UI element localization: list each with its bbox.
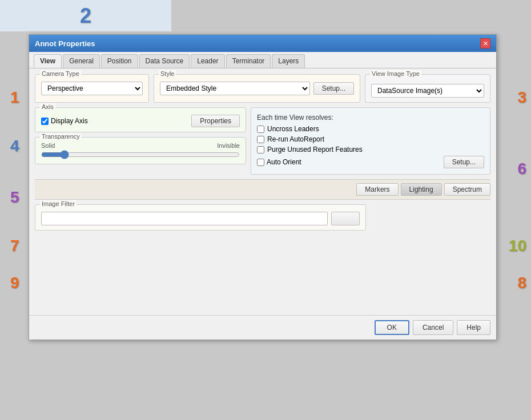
auto-orient-text: Auto Orient: [267, 158, 301, 166]
axis-inner: Display Axis Properties: [41, 115, 240, 127]
middle-sections-row: Axis Display Axis Properties Transparenc…: [35, 107, 490, 175]
action-buttons-row: Markers Lighting Spectrum: [35, 179, 490, 200]
tabs-bar: View General Position Data Source Leader…: [29, 52, 496, 68]
help-button[interactable]: Help: [457, 320, 490, 335]
image-filter-group: Image Filter: [35, 204, 366, 231]
tab-leader[interactable]: Leader: [191, 54, 224, 68]
side-number-8: 8: [517, 274, 526, 292]
auto-orient-setup-button[interactable]: Setup...: [444, 156, 484, 168]
top-sections-row: Camera Type Perspective Orthographic Sty…: [35, 74, 490, 103]
uncross-leaders-checkbox[interactable]: [257, 126, 264, 133]
transparency-label: Transparency: [40, 133, 82, 140]
purge-report-checkbox[interactable]: [257, 146, 264, 154]
ok-cancel-row: OK Cancel Help: [29, 315, 496, 340]
solid-label: Solid: [41, 142, 55, 149]
resolves-group: Each time View resolves: Uncross Leaders…: [251, 107, 490, 175]
camera-type-group: Camera Type Perspective Orthographic: [35, 74, 149, 103]
display-axis-label[interactable]: Display Axis: [41, 117, 88, 125]
side-number-5: 5: [10, 188, 19, 207]
rerun-autoreport-label: Re-run AutoReport: [267, 135, 324, 143]
display-axis-text: Display Axis: [51, 117, 88, 125]
uncross-leaders-label: Uncross Leaders: [267, 125, 319, 133]
image-filter-label: Image Filter: [40, 200, 77, 207]
tab-view[interactable]: View: [34, 54, 62, 68]
transparency-group: Transparency Solid Invisible: [35, 137, 246, 164]
image-filter-browse-button[interactable]: [331, 212, 360, 225]
transparency-slider-container: [41, 150, 240, 159]
resolves-title: Each time View resolves:: [257, 114, 484, 122]
tab-data-source[interactable]: Data Source: [139, 54, 190, 68]
axis-properties-button[interactable]: Properties: [191, 115, 240, 127]
view-image-type-label: View Image Type: [370, 70, 421, 77]
content-area: Camera Type Perspective Orthographic Sty…: [29, 68, 496, 315]
bottom-spacer: [35, 235, 490, 309]
camera-type-select[interactable]: Perspective Orthographic: [41, 82, 143, 95]
camera-type-label: Camera Type: [40, 70, 81, 77]
auto-orient-checkbox[interactable]: [257, 159, 264, 166]
side-number-7: 7: [10, 237, 19, 255]
tab-general[interactable]: General: [63, 54, 100, 68]
tab-position[interactable]: Position: [101, 54, 138, 68]
style-group: Style Embedded Style Custom Style Setup.…: [154, 74, 360, 103]
annot-properties-dialog: Annot Properties ✕ View General Position…: [29, 34, 497, 340]
transparency-inner: Solid Invisible: [41, 142, 240, 149]
lighting-button[interactable]: Lighting: [401, 183, 442, 196]
auto-orient-row: Auto Orient Setup...: [257, 156, 484, 168]
side-number-10: 10: [509, 237, 526, 255]
transparency-slider[interactable]: [41, 150, 240, 159]
view-image-type-select[interactable]: DataSource Image(s) Custom Image: [371, 84, 484, 98]
purge-report-item: Purge Unused Report Features: [257, 146, 484, 154]
rerun-autoreport-checkbox[interactable]: [257, 136, 264, 143]
axis-label: Axis: [40, 103, 55, 110]
side-number-4: 4: [10, 137, 19, 155]
view-image-type-group: View Image Type DataSource Image(s) Cust…: [365, 74, 490, 103]
title-bar: Annot Properties ✕: [29, 35, 496, 52]
side-number-3: 3: [517, 88, 526, 107]
display-axis-checkbox[interactable]: [41, 118, 49, 125]
close-button[interactable]: ✕: [480, 38, 490, 49]
style-setup-button[interactable]: Setup...: [313, 82, 354, 95]
number-2-label: 2: [80, 4, 91, 28]
view-image-inner: DataSource Image(s) Custom Image: [371, 82, 484, 98]
top-number-area: 2: [0, 0, 171, 31]
rerun-autoreport-item: Re-run AutoReport: [257, 135, 484, 143]
spectrum-button[interactable]: Spectrum: [444, 183, 490, 196]
tab-terminator[interactable]: Terminator: [226, 54, 271, 68]
tab-layers[interactable]: Layers: [272, 54, 305, 68]
style-select[interactable]: Embedded Style Custom Style: [160, 82, 310, 95]
markers-button[interactable]: Markers: [356, 183, 398, 196]
auto-orient-label[interactable]: Auto Orient: [257, 158, 301, 166]
image-filter-inner: [41, 212, 360, 225]
side-number-6: 6: [517, 160, 526, 178]
ok-button[interactable]: OK: [375, 320, 409, 335]
style-label: Style: [159, 70, 176, 77]
side-number-1: 1: [10, 88, 19, 107]
style-inner: Embedded Style Custom Style Setup...: [160, 82, 354, 95]
axis-group: Axis Display Axis Properties: [35, 107, 246, 132]
dialog-title: Annot Properties: [35, 39, 95, 48]
invisible-label: Invisible: [217, 142, 240, 149]
cancel-button[interactable]: Cancel: [413, 320, 453, 335]
image-filter-input[interactable]: [41, 212, 328, 225]
uncross-leaders-item: Uncross Leaders: [257, 125, 484, 133]
purge-report-label: Purge Unused Report Features: [267, 146, 363, 154]
side-number-9: 9: [10, 274, 19, 292]
